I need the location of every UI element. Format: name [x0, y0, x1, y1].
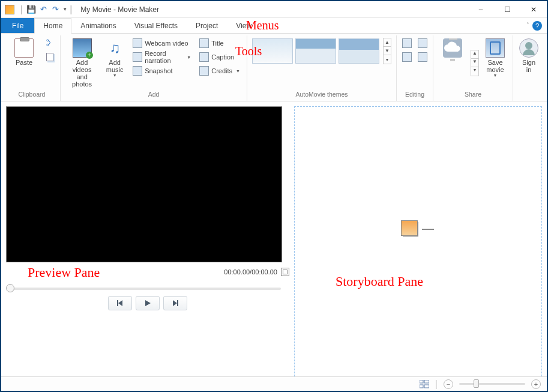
- zoom-out-button[interactable]: −: [444, 379, 453, 389]
- select-all-button[interactable]: [416, 50, 429, 64]
- title-button[interactable]: Title: [196, 37, 243, 50]
- title-label: Title: [211, 40, 223, 47]
- qat-customize-dropdown[interactable]: ▼: [62, 7, 67, 12]
- save-movie-button[interactable]: Save movie ▼: [481, 37, 509, 79]
- qat-save-button[interactable]: 💾: [25, 4, 37, 16]
- paste-label: Paste: [16, 59, 32, 66]
- add-music-button[interactable]: ♫ Add music ▼: [102, 37, 127, 79]
- window-title: My Movie - Movie Maker: [80, 5, 159, 14]
- zoom-in-button[interactable]: +: [531, 379, 541, 389]
- qat-redo-button[interactable]: ↷: [49, 4, 61, 16]
- paste-button[interactable]: Paste: [7, 37, 41, 68]
- thumbnail-size-button[interactable]: [420, 380, 429, 388]
- credits-label: Credits: [211, 67, 232, 74]
- collapse-ribbon-button[interactable]: ˆ: [527, 22, 529, 29]
- chevron-down-icon: ▼: [113, 73, 117, 77]
- zoom-slider[interactable]: [459, 383, 525, 385]
- chevron-down-icon: ▼: [493, 73, 498, 77]
- narration-label: Record narration: [145, 50, 183, 64]
- ribbon-group-share: ▲ ▼ ▾ Save movie ▼ Share: [433, 35, 513, 101]
- cut-button[interactable]: [43, 37, 56, 50]
- svg-rect-2: [117, 300, 118, 306]
- caption-button[interactable]: Caption: [196, 50, 243, 64]
- add-videos-photos-button[interactable]: Add videos and photos: [64, 37, 100, 89]
- gallery-down-button[interactable]: ▼: [384, 47, 391, 55]
- snapshot-button[interactable]: Snapshot: [130, 64, 194, 77]
- publish-button[interactable]: [437, 37, 468, 63]
- slider-thumb[interactable]: [6, 284, 14, 292]
- qat-undo-button[interactable]: ↶: [37, 4, 49, 16]
- timecode: 00:00.00/00:00.00: [224, 268, 277, 276]
- annotation-preview: Preview Pane: [28, 265, 100, 280]
- gallery-up-button[interactable]: ▲: [384, 38, 391, 47]
- share-gallery-more[interactable]: ▾: [471, 67, 478, 76]
- close-button[interactable]: ✕: [520, 1, 547, 18]
- add-videos-label: Add videos and photos: [66, 59, 98, 88]
- record-narration-button[interactable]: Record narration▼: [130, 50, 194, 64]
- play-button[interactable]: [136, 296, 160, 310]
- rotate-left-button[interactable]: [400, 37, 414, 50]
- fullscreen-button[interactable]: [281, 268, 289, 276]
- help-button[interactable]: ?: [532, 21, 542, 31]
- clip-icon: [403, 222, 418, 237]
- annotation-storyboard: Storyboard Pane: [336, 274, 423, 289]
- theme-thumb-3[interactable]: [339, 38, 379, 64]
- svg-rect-3: [177, 300, 178, 306]
- webcam-video-button[interactable]: Webcam video: [130, 37, 194, 50]
- rotate-right-icon: [402, 52, 412, 62]
- file-menu[interactable]: File: [1, 18, 34, 33]
- ribbon-group-clipboard: Paste Clipboard: [4, 35, 61, 101]
- group-label-clipboard: Clipboard: [19, 89, 46, 100]
- tab-animations[interactable]: Animations: [71, 18, 125, 33]
- theme-thumb-1[interactable]: [252, 38, 293, 64]
- separator: |: [70, 4, 72, 15]
- microphone-icon: [133, 52, 142, 62]
- svg-rect-6: [420, 385, 423, 388]
- svg-rect-7: [424, 385, 429, 388]
- credits-button[interactable]: Credits▼: [196, 64, 243, 77]
- ribbon-group-editing: Editing: [397, 35, 433, 101]
- theme-thumb-2[interactable]: [295, 38, 336, 64]
- ribbon-group-signin: Sign in: [513, 35, 544, 101]
- group-label-themes: AutoMovie themes: [296, 89, 348, 100]
- timeline-slider[interactable]: [7, 288, 281, 290]
- share-gallery-up[interactable]: ▲: [471, 50, 478, 59]
- remove-icon: [418, 38, 427, 48]
- signin-label: Sign in: [522, 59, 535, 73]
- rotate-left-icon: [402, 38, 412, 48]
- gallery-more-button[interactable]: ▾: [384, 55, 391, 64]
- svg-rect-5: [424, 380, 429, 383]
- storyboard-placeholder: [403, 222, 434, 237]
- maximize-button[interactable]: ☐: [494, 1, 520, 18]
- previous-frame-button[interactable]: [108, 296, 132, 310]
- share-gallery-down[interactable]: ▼: [471, 59, 478, 67]
- remove-button[interactable]: [416, 37, 429, 50]
- tab-home[interactable]: Home: [34, 18, 71, 34]
- group-label-editing: Editing: [405, 89, 424, 100]
- add-music-label: Add music: [106, 59, 124, 73]
- save-movie-label: Save movie: [486, 59, 504, 73]
- title-icon: [199, 38, 209, 48]
- rotate-right-button[interactable]: [400, 50, 414, 64]
- clipboard-icon: [14, 38, 34, 58]
- copy-button[interactable]: [43, 50, 56, 64]
- tab-project[interactable]: Project: [187, 18, 227, 33]
- play-controls: [6, 296, 289, 310]
- snapshot-label: Snapshot: [145, 67, 172, 74]
- group-label-add: Add: [148, 89, 160, 100]
- placeholder-line: [422, 229, 434, 230]
- storyboard-pane[interactable]: Storyboard Pane: [294, 106, 542, 382]
- separator: |: [20, 4, 23, 15]
- tab-visual-effects[interactable]: Visual Effects: [125, 18, 187, 33]
- sign-in-button[interactable]: Sign in: [517, 37, 541, 75]
- minimize-button[interactable]: –: [468, 1, 494, 18]
- webcam-label: Webcam video: [145, 40, 188, 47]
- scissors-icon: [46, 39, 53, 47]
- tab-view[interactable]: View: [227, 18, 260, 33]
- preview-video[interactable]: [6, 106, 282, 262]
- select-all-icon: [418, 52, 427, 62]
- film-plus-icon: [73, 38, 92, 58]
- webcam-icon: [133, 38, 142, 48]
- zoom-slider-thumb[interactable]: [474, 379, 479, 388]
- next-frame-button[interactable]: [163, 296, 187, 310]
